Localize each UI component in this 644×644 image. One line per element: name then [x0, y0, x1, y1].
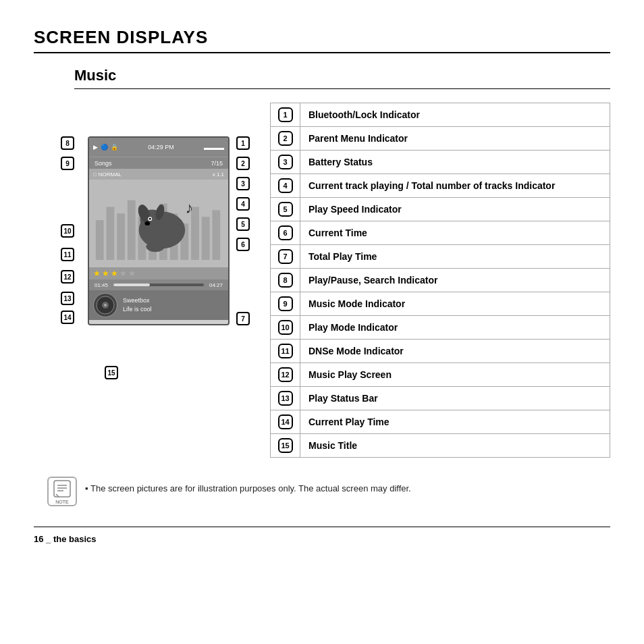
note-label: NOTE: [55, 500, 68, 504]
star-3: ★: [111, 269, 118, 278]
track-indicator: 7/15: [211, 160, 223, 167]
num-badge-8: 8: [278, 273, 293, 288]
speed-indicator: x 1.1: [213, 171, 224, 178]
artist-name: Sweetbox: [123, 296, 152, 305]
indicator-num-4: 4: [271, 174, 300, 197]
indicator-list: 1Bluetooth/Lock Indicator2Parent Menu In…: [270, 103, 610, 458]
page-footer: 16 _ the basics: [34, 527, 610, 544]
svg-point-20: [146, 241, 164, 252]
indicator-row-2: 2Parent Menu Indicator: [271, 127, 610, 151]
svg-rect-2: [107, 207, 115, 259]
star-4: ★: [119, 269, 127, 278]
num-badge-2: 2: [278, 131, 293, 146]
indicator-row-5: 5Play Speed Indicator: [271, 198, 610, 221]
indicator-desc-13: Play Status Bar: [300, 387, 610, 410]
indicator-num-9: 9: [271, 292, 300, 315]
indicator-num-10: 10: [271, 316, 300, 339]
callout-14: 14: [61, 311, 74, 324]
indicator-row-13: 13Play Status Bar: [271, 387, 610, 410]
indicator-row-8: 8Play/Pause, Search Indicator: [271, 269, 610, 292]
screen-device: ▶ 🔵 🔒 04:29 PM ▬▬▬ Songs 7/15 □: [88, 136, 230, 325]
screen-album-row: Sweetbox Life is cool: [89, 290, 228, 320]
screen-stars-row: ★ ★ ★ ★ ★: [89, 267, 228, 279]
callout-10: 10: [61, 224, 74, 238]
callout-11: 11: [61, 248, 74, 261]
num-badge-7: 7: [278, 249, 293, 264]
star-1: ★: [93, 269, 101, 278]
indicator-desc-9: Music Mode Indicator: [300, 292, 610, 315]
screen-time: 04:29 PM: [148, 144, 174, 151]
indicator-desc-11: DNSe Mode Indicator: [300, 340, 610, 363]
indicator-desc-2: Parent Menu Indicator: [300, 127, 610, 150]
indicator-desc-10: Play Mode Indicator: [300, 316, 610, 339]
battery-icon: ▬▬▬: [204, 144, 224, 151]
callout-5: 5: [236, 217, 250, 231]
indicator-row-12: 12Music Play Screen: [271, 363, 610, 387]
indicator-desc-15: Music Title: [300, 434, 610, 457]
indicator-num-3: 3: [271, 151, 300, 173]
current-time: 01:45: [95, 282, 108, 288]
indicator-num-5: 5: [271, 198, 300, 221]
indicator-row-9: 9Music Mode Indicator: [271, 292, 610, 316]
indicator-desc-14: Current Play Time: [300, 410, 610, 433]
note-text: The screen pictures are for illustration…: [85, 477, 411, 495]
indicator-row-3: 3Battery Status: [271, 151, 610, 174]
indicator-row-6: 6Current Time: [271, 221, 610, 245]
indicator-num-14: 14: [271, 410, 300, 433]
num-badge-4: 4: [278, 178, 293, 193]
callout-12: 12: [61, 270, 74, 284]
indicator-num-6: 6: [271, 221, 300, 244]
indicator-row-15: 15Music Title: [271, 434, 610, 457]
num-badge-13: 13: [278, 391, 293, 406]
svg-point-24: [104, 304, 107, 306]
album-text: Sweetbox Life is cool: [123, 296, 152, 313]
indicator-desc-7: Total Play Time: [300, 245, 610, 268]
indicator-desc-3: Battery Status: [300, 151, 610, 173]
callout-7: 7: [236, 312, 250, 325]
lock-icon: 🔒: [111, 144, 118, 151]
indicator-row-14: 14Current Play Time: [271, 410, 610, 434]
svg-rect-11: [202, 217, 210, 260]
indicator-num-13: 13: [271, 387, 300, 410]
num-badge-1: 1: [278, 107, 293, 122]
screen-songs-row: Songs 7/15: [89, 157, 228, 169]
indicator-row-1: 1Bluetooth/Lock Indicator: [271, 103, 610, 127]
indicator-num-8: 8: [271, 269, 300, 292]
svg-rect-3: [117, 213, 125, 260]
album-art: [93, 293, 117, 317]
callout-6: 6: [236, 238, 250, 251]
num-badge-5: 5: [278, 202, 293, 217]
indicator-desc-6: Current Time: [300, 221, 610, 244]
num-badge-9: 9: [278, 296, 293, 311]
num-badge-11: 11: [278, 344, 293, 358]
page-title: SCREEN DISPLAYS: [34, 27, 610, 53]
indicator-desc-12: Music Play Screen: [300, 363, 610, 386]
indicator-desc-8: Play/Pause, Search Indicator: [300, 269, 610, 292]
indicator-desc-1: Bluetooth/Lock Indicator: [300, 103, 610, 126]
play-mode-label: NORMAL: [99, 171, 122, 178]
callout-2: 2: [236, 157, 250, 170]
indicator-row-4: 4Current track playing / Total number of…: [271, 174, 610, 198]
callout-1: 1: [236, 136, 250, 150]
svg-rect-12: [212, 210, 220, 260]
screen-image-area: ♪: [89, 180, 228, 267]
song-title: Life is cool: [123, 305, 152, 314]
play-icon: ▶: [93, 144, 98, 151]
indicator-desc-4: Current track playing / Total number of …: [300, 174, 610, 197]
callout-13: 13: [61, 292, 74, 305]
category-label: Songs: [95, 160, 112, 167]
callout-3: 3: [236, 177, 250, 190]
indicator-num-12: 12: [271, 363, 300, 386]
indicator-desc-5: Play Speed Indicator: [300, 198, 610, 221]
section-title: Music: [74, 67, 610, 89]
indicator-num-15: 15: [271, 434, 300, 457]
callout-15: 15: [105, 366, 118, 379]
svg-point-19: [144, 221, 150, 225]
main-content: 8 9 10 11 12 13 14 15 ▶ 🔵 🔒 04:29 PM: [61, 103, 610, 458]
total-time: 04:27: [209, 282, 223, 288]
indicator-num-2: 2: [271, 127, 300, 150]
star-2: ★: [102, 269, 109, 278]
indicator-row-11: 11DNSe Mode Indicator: [271, 340, 610, 363]
screen-bottom-bar: 01:45 04:27: [89, 279, 228, 290]
callout-8: 8: [61, 136, 74, 150]
